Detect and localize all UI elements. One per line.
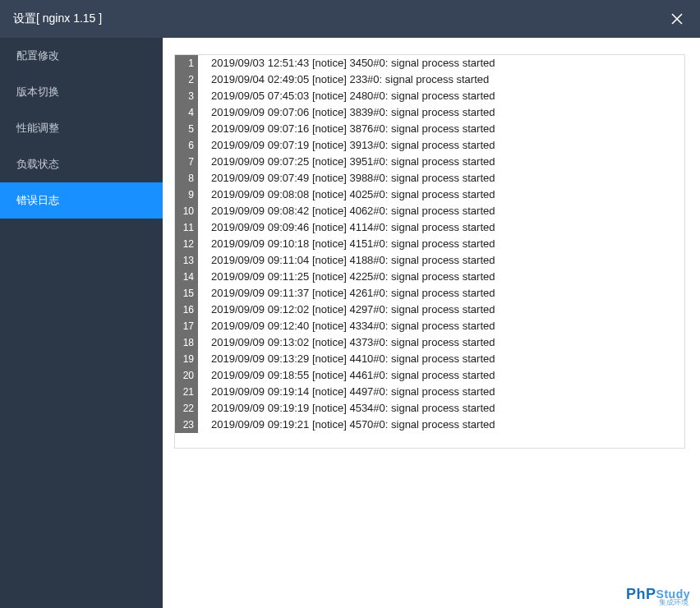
log-line: 202019/09/09 09:18:55 [notice] 4461#0: s… bbox=[175, 367, 684, 384]
sidebar: 配置修改 版本切换 性能调整 负载状态 错误日志 bbox=[0, 38, 163, 608]
line-text: 2019/09/09 09:11:25 [notice] 4225#0: sig… bbox=[198, 269, 511, 285]
log-line: 232019/09/09 09:19:21 [notice] 4570#0: s… bbox=[175, 417, 684, 433]
line-text: 2019/09/03 12:51:43 [notice] 3450#0: sig… bbox=[198, 55, 511, 71]
line-number: 6 bbox=[175, 137, 198, 154]
log-line: 172019/09/09 09:12:40 [notice] 4334#0: s… bbox=[175, 318, 684, 334]
sidebar-item-label: 性能调整 bbox=[16, 122, 59, 134]
line-text: 2019/09/09 09:11:37 [notice] 4261#0: sig… bbox=[198, 285, 511, 302]
line-text: 2019/09/09 09:13:02 [notice] 4373#0: sig… bbox=[198, 334, 511, 351]
line-text: 2019/09/09 09:12:40 [notice] 4334#0: sig… bbox=[198, 318, 511, 334]
log-line: 162019/09/09 09:12:02 [notice] 4297#0: s… bbox=[175, 302, 684, 318]
log-line: 152019/09/09 09:11:37 [notice] 4261#0: s… bbox=[175, 285, 684, 302]
content-area: 配置修改 版本切换 性能调整 负载状态 错误日志 12019/09/03 12:… bbox=[0, 38, 700, 608]
line-number: 20 bbox=[175, 367, 198, 384]
log-line: 212019/09/09 09:19:14 [notice] 4497#0: s… bbox=[175, 384, 684, 400]
line-number: 12 bbox=[175, 236, 198, 252]
line-text: 2019/09/09 09:19:14 [notice] 4497#0: sig… bbox=[198, 384, 511, 400]
line-text: 2019/09/09 09:18:55 [notice] 4461#0: sig… bbox=[198, 367, 511, 384]
line-text: 2019/09/09 09:11:04 [notice] 4188#0: sig… bbox=[198, 252, 511, 269]
log-line: 132019/09/09 09:11:04 [notice] 4188#0: s… bbox=[175, 252, 684, 269]
line-number: 5 bbox=[175, 121, 198, 137]
log-line: 82019/09/09 09:07:49 [notice] 3988#0: si… bbox=[175, 170, 684, 187]
line-number: 19 bbox=[175, 351, 198, 367]
sidebar-item-error-log[interactable]: 错误日志 bbox=[0, 182, 163, 219]
main-panel: 12019/09/03 12:51:43 [notice] 3450#0: si… bbox=[163, 38, 700, 608]
line-number: 10 bbox=[175, 203, 198, 219]
line-text: 2019/09/04 02:49:05 [notice] 233#0: sign… bbox=[198, 71, 505, 88]
log-line: 32019/09/05 07:45:03 [notice] 2480#0: si… bbox=[175, 88, 684, 104]
window-title: 设置[ nginx 1.15 ] bbox=[13, 12, 102, 26]
log-line: 222019/09/09 09:19:19 [notice] 4534#0: s… bbox=[175, 400, 684, 417]
line-text: 2019/09/09 09:07:25 [notice] 3951#0: sig… bbox=[198, 154, 511, 170]
line-number: 16 bbox=[175, 302, 198, 318]
log-line: 22019/09/04 02:49:05 [notice] 233#0: sig… bbox=[175, 71, 684, 88]
log-line: 62019/09/09 09:07:19 [notice] 3913#0: si… bbox=[175, 137, 684, 154]
log-line: 182019/09/09 09:13:02 [notice] 4373#0: s… bbox=[175, 334, 684, 351]
line-number: 14 bbox=[175, 269, 198, 285]
sidebar-item-label: 版本切换 bbox=[16, 85, 59, 98]
line-number: 22 bbox=[175, 400, 198, 417]
line-number: 9 bbox=[175, 187, 198, 203]
log-line: 142019/09/09 09:11:25 [notice] 4225#0: s… bbox=[175, 269, 684, 285]
log-line: 192019/09/09 09:13:29 [notice] 4410#0: s… bbox=[175, 351, 684, 367]
line-number: 1 bbox=[175, 55, 198, 71]
brand-tagline: 集成环境 bbox=[659, 597, 688, 608]
line-text: 2019/09/05 07:45:03 [notice] 2480#0: sig… bbox=[198, 88, 511, 104]
line-text: 2019/09/09 09:12:02 [notice] 4297#0: sig… bbox=[198, 302, 511, 318]
log-line: 112019/09/09 09:09:46 [notice] 4114#0: s… bbox=[175, 219, 684, 236]
line-text: 2019/09/09 09:07:19 [notice] 3913#0: sig… bbox=[198, 137, 511, 154]
line-text: 2019/09/09 09:10:18 [notice] 4151#0: sig… bbox=[198, 236, 511, 252]
line-text: 2019/09/09 09:08:42 [notice] 4062#0: sig… bbox=[198, 203, 511, 219]
log-line: 72019/09/09 09:07:25 [notice] 3951#0: si… bbox=[175, 154, 684, 170]
titlebar: 设置[ nginx 1.15 ] bbox=[0, 0, 700, 38]
line-text: 2019/09/09 09:13:29 [notice] 4410#0: sig… bbox=[198, 351, 511, 367]
brand-main: PhP bbox=[626, 586, 656, 602]
line-number: 8 bbox=[175, 170, 198, 187]
line-text: 2019/09/09 09:07:06 [notice] 3839#0: sig… bbox=[198, 104, 511, 121]
log-line: 92019/09/09 09:08:08 [notice] 4025#0: si… bbox=[175, 187, 684, 203]
line-text: 2019/09/09 09:07:16 [notice] 3876#0: sig… bbox=[198, 121, 511, 137]
log-line: 42019/09/09 09:07:06 [notice] 3839#0: si… bbox=[175, 104, 684, 121]
line-number: 11 bbox=[175, 219, 198, 236]
sidebar-item-performance[interactable]: 性能调整 bbox=[0, 110, 163, 146]
log-line: 122019/09/09 09:10:18 [notice] 4151#0: s… bbox=[175, 236, 684, 252]
sidebar-item-label: 负载状态 bbox=[16, 158, 59, 170]
log-line: 12019/09/03 12:51:43 [notice] 3450#0: si… bbox=[175, 55, 684, 71]
sidebar-item-version-switch[interactable]: 版本切换 bbox=[0, 74, 163, 110]
line-text: 2019/09/09 09:19:19 [notice] 4534#0: sig… bbox=[198, 400, 511, 417]
line-text: 2019/09/09 09:07:49 [notice] 3988#0: sig… bbox=[198, 170, 511, 187]
log-line: 102019/09/09 09:08:42 [notice] 4062#0: s… bbox=[175, 203, 684, 219]
sidebar-item-config-edit[interactable]: 配置修改 bbox=[0, 38, 163, 74]
sidebar-item-label: 配置修改 bbox=[16, 49, 59, 62]
sidebar-item-load-status[interactable]: 负载状态 bbox=[0, 146, 163, 182]
line-number: 2 bbox=[175, 71, 198, 88]
line-number: 4 bbox=[175, 104, 198, 121]
line-number: 18 bbox=[175, 334, 198, 351]
close-icon bbox=[670, 12, 684, 25]
sidebar-item-label: 错误日志 bbox=[16, 194, 59, 206]
line-text: 2019/09/09 09:09:46 [notice] 4114#0: sig… bbox=[198, 219, 511, 236]
line-text: 2019/09/09 09:19:21 [notice] 4570#0: sig… bbox=[198, 417, 511, 433]
log-viewer[interactable]: 12019/09/03 12:51:43 [notice] 3450#0: si… bbox=[174, 54, 685, 449]
line-number: 7 bbox=[175, 154, 198, 170]
line-number: 21 bbox=[175, 384, 198, 400]
line-number: 15 bbox=[175, 285, 198, 302]
close-button[interactable] bbox=[667, 9, 687, 29]
line-number: 23 bbox=[175, 417, 198, 433]
line-text: 2019/09/09 09:08:08 [notice] 4025#0: sig… bbox=[198, 187, 511, 203]
line-number: 13 bbox=[175, 252, 198, 269]
line-number: 17 bbox=[175, 318, 198, 334]
line-number: 3 bbox=[175, 88, 198, 104]
log-line: 52019/09/09 09:07:16 [notice] 3876#0: si… bbox=[175, 121, 684, 137]
